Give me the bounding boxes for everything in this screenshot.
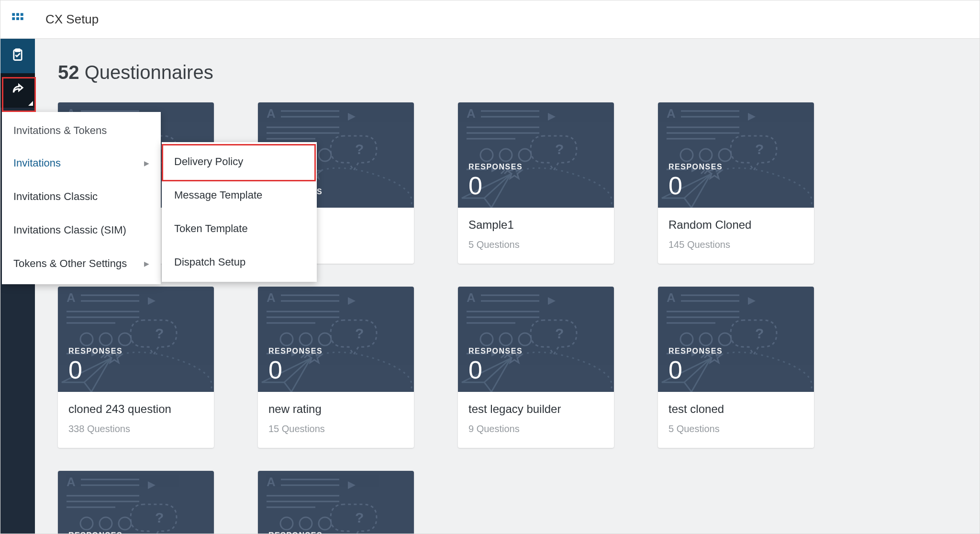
responses-label: RESPONSES	[68, 347, 203, 356]
clipboard-icon	[11, 48, 24, 64]
questionnaire-subtitle: 338 Questions	[68, 423, 203, 434]
responses-count: 0	[468, 357, 603, 382]
chevron-right-icon: ▶	[144, 159, 149, 167]
svg-rect-4	[16, 17, 19, 20]
menu-item-label: Invitations Classic (SIM)	[13, 224, 126, 236]
invitations-submenu-item[interactable]: Message Template	[162, 178, 317, 212]
card-header: RESPONSES 0	[58, 287, 214, 392]
invitations-menu: Invitations & Tokens Invitations▶Invitat…	[2, 112, 161, 284]
svg-rect-1	[16, 13, 19, 16]
card-header: RESPONSES 0	[458, 287, 614, 392]
submenu-item-label: Token Template	[174, 222, 248, 234]
questionnaire-card[interactable]: RESPONSES 0 new rating 15 Questions	[258, 287, 414, 448]
responses-label: RESPONSES	[268, 347, 403, 356]
invitations-menu-item[interactable]: Invitations▶	[2, 146, 161, 180]
svg-rect-5	[21, 17, 23, 20]
page-title: CX Setup	[35, 12, 99, 27]
main-content: 52 Questionnaires RESPONSES RESPONSES s …	[35, 39, 980, 534]
submenu-item-label: Message Template	[174, 189, 262, 201]
card-header: RESPONSES 0	[458, 102, 614, 208]
menu-item-label: Invitations	[13, 157, 61, 169]
card-decor-icon	[58, 471, 214, 534]
card-body: cloned 243 question 338 Questions	[58, 392, 214, 448]
responses-count: 0	[68, 357, 203, 382]
questionnaire-count-label: Questionnaires	[85, 62, 213, 83]
questionnaire-subtitle: 5 Questions	[668, 423, 803, 434]
questionnaire-name: Sample1	[468, 218, 603, 232]
app-screen: CX Setup 52 Questionnaires RESPONSES	[0, 0, 980, 534]
menu-item-label: Invitations Classic	[13, 190, 98, 203]
invitations-submenu: Delivery PolicyMessage TemplateToken Tem…	[162, 142, 317, 282]
svg-rect-2	[21, 13, 23, 16]
questionnaire-name: new rating	[268, 402, 403, 416]
responses-count: 0	[468, 173, 603, 198]
questionnaire-subtitle: 5 Questions	[468, 239, 603, 250]
card-header: RESPONSES 0	[58, 471, 214, 534]
responses-count: 0	[668, 173, 803, 198]
rail-tab-questionnaires[interactable]	[0, 39, 35, 73]
card-body: Random Cloned 145 Questions	[658, 208, 814, 264]
responses-count: 0	[268, 357, 403, 382]
invitations-submenu-item[interactable]: Dispatch Setup	[162, 245, 317, 279]
card-body: new rating 15 Questions	[258, 392, 414, 448]
card-body: test legacy builder 9 Questions	[458, 392, 614, 448]
card-body: Sample1 5 Questions	[458, 208, 614, 264]
questionnaire-card[interactable]: RESPONSES 0 test cloned 5 Questions	[658, 287, 814, 448]
responses-label: RESPONSES	[668, 347, 803, 356]
responses-label: RESPONSES	[668, 163, 803, 171]
responses-count: 0	[668, 357, 803, 382]
submenu-item-label: Dispatch Setup	[174, 256, 245, 268]
card-header: RESPONSES 0	[258, 471, 414, 534]
menu-item-label: Tokens & Other Settings	[13, 257, 127, 270]
invitations-submenu-item[interactable]: Token Template	[162, 212, 317, 245]
questionnaire-card[interactable]: RESPONSES 0 cloned 243 question 338 Ques…	[58, 287, 214, 448]
questionnaire-card[interactable]: RESPONSES 0 test legacy 4 Questions	[58, 471, 214, 534]
invitations-menu-item[interactable]: Tokens & Other Settings▶	[2, 247, 161, 280]
questionnaire-name: test cloned	[668, 402, 803, 416]
questionnaire-card[interactable]: RESPONSES 0 Sample1 5 Questions	[458, 102, 614, 264]
card-header: RESPONSES 0	[658, 102, 814, 208]
questionnaire-name: cloned 243 question	[68, 402, 203, 416]
app-switcher-button[interactable]	[0, 0, 35, 39]
questionnaire-count: 52	[58, 62, 79, 83]
section-heading: 52 Questionnaires	[58, 62, 957, 83]
questionnaire-card[interactable]: RESPONSES 0 new qb 5 Questions	[258, 471, 414, 534]
card-body: test cloned 5 Questions	[658, 392, 814, 448]
questionnaire-card[interactable]: RESPONSES 0 test legacy builder 9 Questi…	[458, 287, 614, 448]
submenu-indicator-icon	[28, 101, 33, 106]
questionnaire-subtitle: 15 Questions	[268, 423, 403, 434]
card-header: RESPONSES 0	[258, 287, 414, 392]
card-header: RESPONSES 0	[658, 287, 814, 392]
responses-label: RESPONSES	[68, 531, 203, 534]
invitations-menu-item[interactable]: Invitations Classic	[2, 180, 161, 213]
svg-rect-3	[12, 17, 15, 20]
share-arrow-icon	[11, 82, 25, 99]
questionnaire-card[interactable]: RESPONSES 0 Random Cloned 145 Questions	[658, 102, 814, 264]
chevron-right-icon: ▶	[144, 260, 149, 267]
responses-label: RESPONSES	[268, 531, 403, 534]
responses-label: RESPONSES	[468, 347, 603, 356]
invitations-menu-item[interactable]: Invitations Classic (SIM)	[2, 213, 161, 247]
invitations-menu-header: Invitations & Tokens	[2, 112, 161, 146]
top-bar: CX Setup	[0, 0, 980, 39]
questionnaire-subtitle: 145 Questions	[668, 239, 803, 250]
questionnaire-subtitle: 9 Questions	[468, 423, 603, 434]
rail-tab-invitations[interactable]	[0, 73, 35, 108]
apps-grid-icon	[11, 12, 24, 27]
responses-label: RESPONSES	[468, 163, 603, 171]
submenu-item-label: Delivery Policy	[174, 156, 243, 167]
svg-rect-0	[12, 13, 15, 16]
invitations-submenu-item[interactable]: Delivery Policy	[162, 145, 317, 178]
card-decor-icon	[258, 471, 414, 534]
questionnaire-name: Random Cloned	[668, 218, 803, 232]
questionnaire-name: test legacy builder	[468, 402, 603, 416]
